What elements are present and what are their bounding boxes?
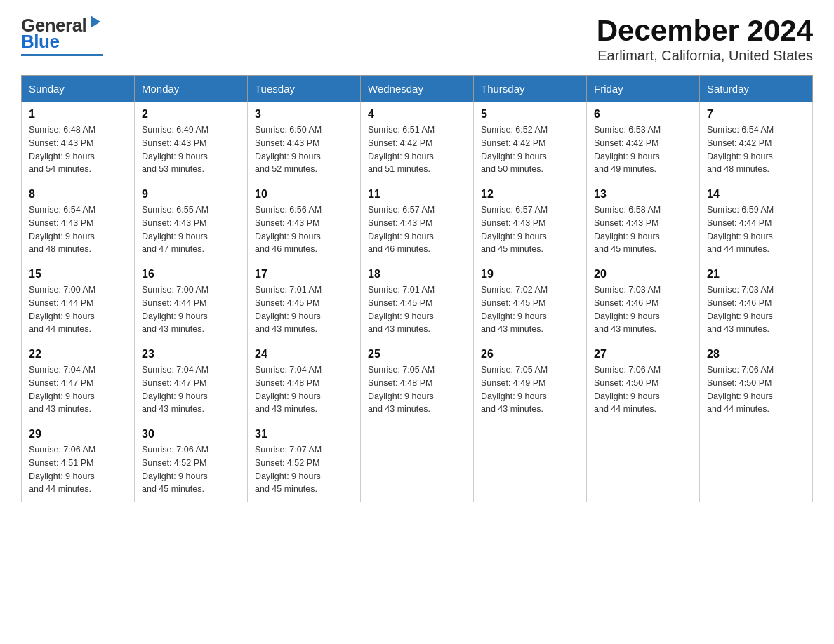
- day-info: Sunrise: 6:52 AMSunset: 4:42 PMDaylight:…: [481, 125, 548, 174]
- day-number: 3: [255, 108, 353, 121]
- calendar-week-3: 15 Sunrise: 7:00 AMSunset: 4:44 PMDaylig…: [22, 262, 813, 342]
- day-cell-15: 15 Sunrise: 7:00 AMSunset: 4:44 PMDaylig…: [22, 262, 135, 342]
- empty-cell: [587, 422, 700, 502]
- day-cell-17: 17 Sunrise: 7:01 AMSunset: 4:45 PMDaylig…: [248, 262, 361, 342]
- col-wednesday: Wednesday: [361, 76, 474, 102]
- day-number: 10: [255, 188, 353, 201]
- col-friday: Friday: [587, 76, 700, 102]
- day-cell-11: 11 Sunrise: 6:57 AMSunset: 4:43 PMDaylig…: [361, 182, 474, 262]
- day-info: Sunrise: 6:59 AMSunset: 4:44 PMDaylight:…: [707, 205, 774, 254]
- day-number: 21: [707, 268, 805, 281]
- day-number: 17: [255, 268, 353, 281]
- day-info: Sunrise: 7:00 AMSunset: 4:44 PMDaylight:…: [29, 285, 95, 334]
- day-number: 31: [255, 428, 353, 441]
- day-cell-19: 19 Sunrise: 7:02 AMSunset: 4:45 PMDaylig…: [474, 262, 587, 342]
- day-cell-25: 25 Sunrise: 7:05 AMSunset: 4:48 PMDaylig…: [361, 342, 474, 422]
- day-cell-9: 9 Sunrise: 6:55 AMSunset: 4:43 PMDayligh…: [135, 182, 248, 262]
- col-monday: Monday: [135, 76, 248, 102]
- day-number: 28: [707, 348, 805, 361]
- day-cell-5: 5 Sunrise: 6:52 AMSunset: 4:42 PMDayligh…: [474, 102, 587, 182]
- day-info: Sunrise: 6:56 AMSunset: 4:43 PMDaylight:…: [255, 205, 322, 254]
- day-cell-21: 21 Sunrise: 7:03 AMSunset: 4:46 PMDaylig…: [700, 262, 813, 342]
- day-number: 8: [29, 188, 127, 201]
- day-number: 5: [481, 108, 579, 121]
- calendar-week-2: 8 Sunrise: 6:54 AMSunset: 4:43 PMDayligh…: [22, 182, 813, 262]
- day-cell-27: 27 Sunrise: 7:06 AMSunset: 4:50 PMDaylig…: [587, 342, 700, 422]
- day-number: 14: [707, 188, 805, 201]
- day-info: Sunrise: 6:48 AMSunset: 4:43 PMDaylight:…: [29, 125, 95, 174]
- page-title: December 2024: [597, 14, 813, 48]
- logo-blue-text: Blue: [21, 31, 59, 53]
- day-cell-13: 13 Sunrise: 6:58 AMSunset: 4:43 PMDaylig…: [587, 182, 700, 262]
- page-header: General Blue December 2024 Earlimart, Ca…: [21, 14, 813, 64]
- day-info: Sunrise: 7:04 AMSunset: 4:47 PMDaylight:…: [29, 365, 95, 414]
- logo-underline: [21, 54, 103, 56]
- day-number: 18: [368, 268, 466, 281]
- day-cell-22: 22 Sunrise: 7:04 AMSunset: 4:47 PMDaylig…: [22, 342, 135, 422]
- day-number: 12: [481, 188, 579, 201]
- day-info: Sunrise: 6:53 AMSunset: 4:42 PMDaylight:…: [594, 125, 661, 174]
- day-number: 9: [142, 188, 240, 201]
- empty-cell: [474, 422, 587, 502]
- day-cell-6: 6 Sunrise: 6:53 AMSunset: 4:42 PMDayligh…: [587, 102, 700, 182]
- day-info: Sunrise: 7:02 AMSunset: 4:45 PMDaylight:…: [481, 285, 548, 334]
- day-number: 15: [29, 268, 127, 281]
- day-cell-14: 14 Sunrise: 6:59 AMSunset: 4:44 PMDaylig…: [700, 182, 813, 262]
- day-info: Sunrise: 6:58 AMSunset: 4:43 PMDaylight:…: [594, 205, 661, 254]
- svg-marker-0: [91, 15, 100, 28]
- day-info: Sunrise: 7:00 AMSunset: 4:44 PMDaylight:…: [142, 285, 208, 334]
- col-sunday: Sunday: [22, 76, 135, 102]
- day-info: Sunrise: 7:06 AMSunset: 4:50 PMDaylight:…: [707, 365, 774, 414]
- day-info: Sunrise: 6:57 AMSunset: 4:43 PMDaylight:…: [481, 205, 548, 254]
- col-thursday: Thursday: [474, 76, 587, 102]
- day-info: Sunrise: 7:04 AMSunset: 4:47 PMDaylight:…: [142, 365, 208, 414]
- day-number: 20: [594, 268, 692, 281]
- day-number: 22: [29, 348, 127, 361]
- day-cell-7: 7 Sunrise: 6:54 AMSunset: 4:42 PMDayligh…: [700, 102, 813, 182]
- day-number: 24: [255, 348, 353, 361]
- day-number: 16: [142, 268, 240, 281]
- day-info: Sunrise: 6:51 AMSunset: 4:42 PMDaylight:…: [368, 125, 435, 174]
- day-info: Sunrise: 7:05 AMSunset: 4:48 PMDaylight:…: [368, 365, 435, 414]
- day-number: 6: [594, 108, 692, 121]
- day-number: 29: [29, 428, 127, 441]
- day-cell-16: 16 Sunrise: 7:00 AMSunset: 4:44 PMDaylig…: [135, 262, 248, 342]
- day-cell-8: 8 Sunrise: 6:54 AMSunset: 4:43 PMDayligh…: [22, 182, 135, 262]
- day-info: Sunrise: 7:01 AMSunset: 4:45 PMDaylight:…: [255, 285, 322, 334]
- day-cell-26: 26 Sunrise: 7:05 AMSunset: 4:49 PMDaylig…: [474, 342, 587, 422]
- day-cell-24: 24 Sunrise: 7:04 AMSunset: 4:48 PMDaylig…: [248, 342, 361, 422]
- day-info: Sunrise: 7:03 AMSunset: 4:46 PMDaylight:…: [594, 285, 661, 334]
- day-cell-18: 18 Sunrise: 7:01 AMSunset: 4:45 PMDaylig…: [361, 262, 474, 342]
- day-cell-28: 28 Sunrise: 7:06 AMSunset: 4:50 PMDaylig…: [700, 342, 813, 422]
- logo-arrow-icon: [88, 14, 103, 29]
- day-number: 23: [142, 348, 240, 361]
- day-info: Sunrise: 6:54 AMSunset: 4:43 PMDaylight:…: [29, 205, 95, 254]
- day-info: Sunrise: 6:57 AMSunset: 4:43 PMDaylight:…: [368, 205, 435, 254]
- page-subtitle: Earlimart, California, United States: [597, 48, 813, 64]
- day-number: 4: [368, 108, 466, 121]
- day-number: 26: [481, 348, 579, 361]
- calendar-week-1: 1 Sunrise: 6:48 AMSunset: 4:43 PMDayligh…: [22, 102, 813, 182]
- day-cell-4: 4 Sunrise: 6:51 AMSunset: 4:42 PMDayligh…: [361, 102, 474, 182]
- day-number: 13: [594, 188, 692, 201]
- day-info: Sunrise: 7:06 AMSunset: 4:51 PMDaylight:…: [29, 445, 95, 494]
- day-cell-23: 23 Sunrise: 7:04 AMSunset: 4:47 PMDaylig…: [135, 342, 248, 422]
- day-number: 30: [142, 428, 240, 441]
- day-cell-29: 29 Sunrise: 7:06 AMSunset: 4:51 PMDaylig…: [22, 422, 135, 502]
- empty-cell: [361, 422, 474, 502]
- calendar-table: Sunday Monday Tuesday Wednesday Thursday…: [21, 75, 813, 502]
- day-cell-30: 30 Sunrise: 7:06 AMSunset: 4:52 PMDaylig…: [135, 422, 248, 502]
- day-cell-3: 3 Sunrise: 6:50 AMSunset: 4:43 PMDayligh…: [248, 102, 361, 182]
- empty-cell: [700, 422, 813, 502]
- day-info: Sunrise: 7:01 AMSunset: 4:45 PMDaylight:…: [368, 285, 435, 334]
- day-cell-20: 20 Sunrise: 7:03 AMSunset: 4:46 PMDaylig…: [587, 262, 700, 342]
- day-cell-12: 12 Sunrise: 6:57 AMSunset: 4:43 PMDaylig…: [474, 182, 587, 262]
- day-cell-1: 1 Sunrise: 6:48 AMSunset: 4:43 PMDayligh…: [22, 102, 135, 182]
- day-info: Sunrise: 7:06 AMSunset: 4:50 PMDaylight:…: [594, 365, 661, 414]
- day-info: Sunrise: 6:50 AMSunset: 4:43 PMDaylight:…: [255, 125, 322, 174]
- col-tuesday: Tuesday: [248, 76, 361, 102]
- day-info: Sunrise: 6:55 AMSunset: 4:43 PMDaylight:…: [142, 205, 208, 254]
- day-cell-2: 2 Sunrise: 6:49 AMSunset: 4:43 PMDayligh…: [135, 102, 248, 182]
- day-info: Sunrise: 6:54 AMSunset: 4:42 PMDaylight:…: [707, 125, 774, 174]
- calendar-week-5: 29 Sunrise: 7:06 AMSunset: 4:51 PMDaylig…: [22, 422, 813, 502]
